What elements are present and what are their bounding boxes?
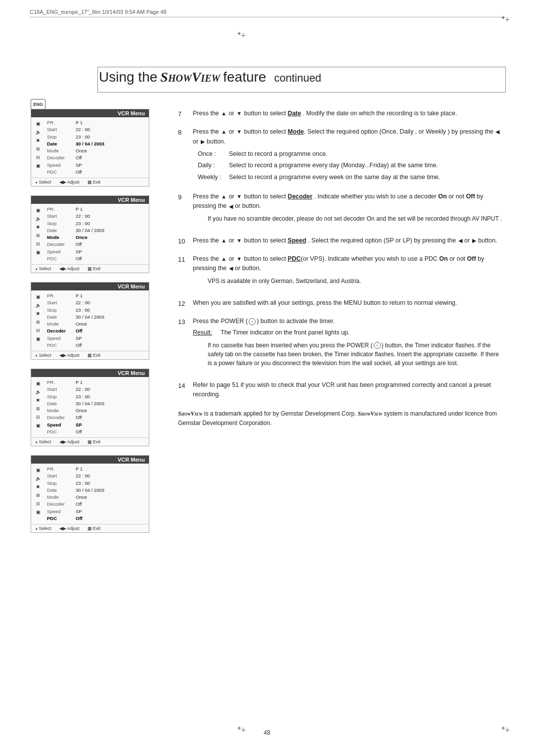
vcr-menu-1-rows: PR.P 1 Start22 : 00 Stop23 : 00 Date30 /… [47,119,148,176]
left-arrow: ◀ [229,202,233,211]
up-arrow: ▲ [221,236,226,245]
vcr-row: ModeOnce [47,407,148,414]
vcr-row: ModeOnce [47,234,148,241]
footer-select: ⬧ Select [35,526,51,531]
left-panel: VCR Menu ▣ 🔈 ✖ ⊞ ⊟ ▣ PR.P 1 Start22 : 00… [31,109,164,542]
record-icon: ✖ [34,137,42,144]
tape-icon: ▣ [34,509,42,516]
tape-icon: ▣ [34,162,42,169]
vcr-menu-4-header: VCR Menu [31,369,149,377]
weekly-label: Weekly : [198,173,225,182]
daily-label: Daily : [198,161,225,170]
up-arrow: ▲ [221,192,226,201]
instruction-11: 11 Press the ▲ or ▼ button to select PDC… [178,254,504,290]
left-arrow: ◀ [458,236,462,245]
footer-adjust: ◀▶ Adjust [59,266,80,271]
vcr-row: Start22 : 00 [47,299,148,306]
trademark-section: ShowView is a trademark applied for by G… [178,409,504,427]
step-8-text: Press the ▲ or ▼ button to select Mode. … [193,127,504,184]
header-bar: C18A_ENG_europe_17"_film 10/14/03 9:54 A… [30,9,504,17]
page-wrapper: C18A_ENG_europe_17"_film 10/14/03 9:54 A… [0,0,534,756]
step-13-text: Press the POWER (○) button to activate t… [193,317,504,373]
off-label: Off [466,193,475,200]
down-arrow: ▼ [236,236,242,245]
vcr-row: Date30 / 04 / 2003 [47,400,148,407]
on-label: On [438,193,446,200]
trademark-brand-1: ShowView [178,410,202,417]
instruction-12: 12 When you are satisfied with all your … [178,298,504,309]
title-brand: ShowView [160,69,220,85]
footer-select: ⬧ Select [35,353,51,358]
vcr-row: Stop23 : 00 [47,393,148,400]
once-text: Select to record a programme once. [229,149,504,159]
step-11-note: VPS is available in only German, Switzer… [208,277,504,285]
settings-icon: ⊟ [34,154,42,161]
vcr-row: Start22 : 00 [47,126,148,133]
decoder-label: Decoder [288,193,312,200]
step-number-12: 12 [178,298,188,309]
vcr-menu-1-footer: ⬧ Select ◀▶ Adjust ▦ Exit [31,178,149,186]
power-circle-icon: ○ [249,318,256,325]
vcr-menu-3-footer: ⬧ Select ◀▶ Adjust ▦ Exit [31,351,149,359]
footer-adjust: ◀▶ Adjust [59,439,80,444]
vcr-row: SpeedSP [47,248,148,255]
vcr-row: Date30 / 04 / 2003 [47,141,148,147]
weekly-text: Select to record a programme every week … [229,173,504,182]
vcr-icons-col-5: ▣ 🔈 ✖ ⊞ ⊟ ▣ [32,466,44,522]
vcr-row: PR.P 1 [47,292,148,299]
step-13-note: If no cassette has been inserted when yo… [208,341,504,368]
step-number-9: 9 [178,192,188,228]
vcr-row: DecoderOff [47,154,148,161]
pdc-label: PDC [288,255,301,262]
vcr-icons-col-2: ▣ 🔈 ✖ ⊞ ⊟ ▣ [32,206,44,262]
title-feature: feature [223,69,266,85]
vcr-menu-2-footer: ⬧ Select ◀▶ Adjust ▦ Exit [31,264,149,273]
vcr-row: Start22 : 00 [47,386,148,393]
vcr-menu-5-footer: ⬧ Select ◀▶ Adjust ▦ Exit [31,524,149,532]
footer-exit: ▦ Exit [88,266,101,271]
tv-icon: ▣ [34,293,42,300]
audio-icon: 🔈 [34,129,42,136]
footer-select: ⬧ Select [35,180,51,185]
footer-select: ⬧ Select [35,439,51,444]
crosshair-top-center: + [237,30,249,42]
date-label: Date [288,110,301,117]
vcr-menu-2-header: VCR Menu [31,196,149,204]
instruction-14: 14 Refer to page 51 if you wish to check… [178,380,504,400]
settings-icon: ⊟ [34,500,42,507]
step-number-11: 11 [178,254,188,290]
record-icon: ✖ [34,483,42,490]
vcr-row: ModeOnce [47,494,148,501]
vcr-row: Stop23 : 00 [47,307,148,314]
vcr-row: ModeOnce [47,147,148,154]
vcr-row: DecoderOff [47,414,148,421]
tape-icon: ▣ [34,422,42,429]
step-number-14: 14 [178,380,188,400]
vcr-menu-3-header: VCR Menu [31,283,149,290]
result-text: The Timer indicator on the front panel l… [221,328,350,337]
vcr-row: DecoderOff [47,328,148,334]
file-info: C18A_ENG_europe_17"_film 10/14/03 9:54 A… [30,9,167,15]
footer-adjust: ◀▶ Adjust [59,180,80,185]
vcr-menu-5-rows: PR.P 1 Start22 : 00 Stop23 : 00 Date30 /… [47,466,148,522]
vcr-row: Stop23 : 00 [47,134,148,141]
vcr-menu-5-header: VCR Menu [31,456,149,464]
timer-icon: ⊞ [34,232,42,239]
step-14-text: Refer to page 51 if you wish to check th… [193,380,504,400]
footer-exit: ▦ Exit [88,353,101,358]
vcr-row: Start22 : 00 [47,472,148,479]
footer-exit: ▦ Exit [88,439,101,444]
title-using: Using the [99,69,157,85]
instruction-8: 8 Press the ▲ or ▼ button to select Mode… [178,127,504,184]
vcr-row: SpeedSP [47,508,148,515]
vcr-row: Date30 / 04 / 2003 [47,487,148,494]
up-arrow: ▲ [221,128,226,136]
vcr-row: SpeedSP [47,162,148,169]
trademark-brand-2: ShowView [358,410,382,417]
up-arrow: ▲ [221,255,226,263]
vcr-row: PDCOff [47,255,148,262]
vcr-menu-2-rows: PR.P 1 Start22 : 00 Stop23 : 00 Date30 /… [47,206,148,262]
settings-icon: ⊟ [34,240,42,247]
timer-icon: ⊞ [34,319,42,326]
tv-icon: ▣ [34,207,42,214]
